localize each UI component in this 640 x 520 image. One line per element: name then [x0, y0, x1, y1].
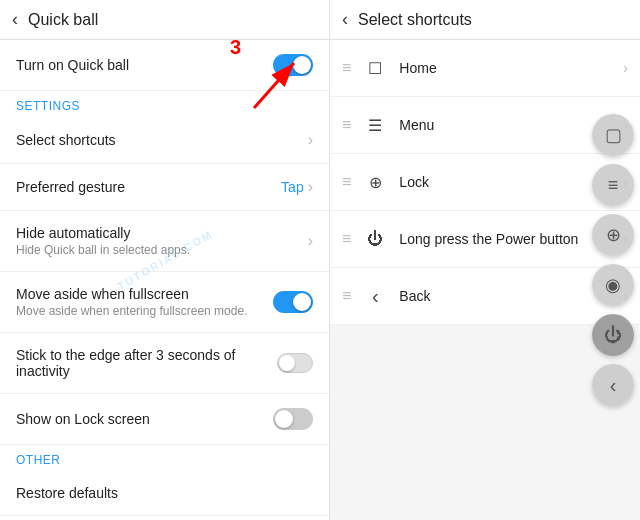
- home-icon: ☐: [361, 54, 389, 82]
- qb-fingerprint-button[interactable]: ◉: [592, 264, 634, 306]
- right-panel: ‹ Select shortcuts ≡ ☐ Home › ≡ ☰ Menu ›…: [330, 0, 640, 520]
- left-header: ‹ Quick ball: [0, 0, 329, 40]
- preferred-gesture-chevron: ›: [308, 178, 313, 196]
- hide-auto-chevron: ›: [308, 232, 313, 250]
- turn-on-quickball-item: Turn on Quick ball: [0, 40, 329, 91]
- home-label: Home: [399, 60, 623, 76]
- power-drag-handle: ≡: [342, 230, 351, 248]
- restore-defaults-item[interactable]: Restore defaults: [0, 471, 329, 516]
- turn-on-toggle[interactable]: [273, 54, 313, 76]
- back-icon: ‹: [361, 282, 389, 310]
- lock-icon: ⊕: [361, 168, 389, 196]
- settings-section-label: SETTINGS: [0, 91, 329, 117]
- stick-edge-toggle[interactable]: [277, 353, 313, 373]
- home-chevron: ›: [623, 60, 628, 76]
- stick-edge-item: Stick to the edge after 3 seconds of ina…: [0, 333, 329, 394]
- other-section-label: OTHER: [0, 445, 329, 471]
- qb-screen-button[interactable]: ▢: [592, 114, 634, 156]
- right-back-arrow[interactable]: ‹: [342, 9, 348, 30]
- quick-ball-overlay: ▢ ≡ ⊕ ◉ ⏻ ‹: [586, 104, 640, 416]
- show-lock-item: Show on Lock screen: [0, 394, 329, 445]
- select-shortcuts-item[interactable]: Select shortcuts ›: [0, 117, 329, 164]
- qb-lock-button[interactable]: ⊕: [592, 214, 634, 256]
- left-panel: ‹ Quick ball Turn on Quick ball 3 SETTIN…: [0, 0, 330, 520]
- move-aside-item: Move aside when fullscreen Move aside wh…: [0, 272, 329, 333]
- menu-icon: ☰: [361, 111, 389, 139]
- move-aside-toggle[interactable]: [273, 291, 313, 313]
- right-title: Select shortcuts: [358, 11, 472, 29]
- qb-power-button[interactable]: ⏻: [592, 314, 634, 356]
- select-shortcuts-chevron: ›: [308, 131, 313, 149]
- qb-menu-button[interactable]: ≡: [592, 164, 634, 206]
- shortcut-home[interactable]: ≡ ☐ Home ›: [330, 40, 640, 97]
- power-icon: ⏻: [361, 225, 389, 253]
- qb-back-button[interactable]: ‹: [592, 364, 634, 406]
- hide-automatically-item[interactable]: Hide automatically Hide Quick ball in se…: [0, 211, 329, 272]
- turn-on-label: Turn on Quick ball: [16, 57, 273, 73]
- left-back-arrow[interactable]: ‹: [12, 9, 18, 30]
- home-drag-handle: ≡: [342, 59, 351, 77]
- show-lock-toggle[interactable]: [273, 408, 313, 430]
- back-drag-handle: ≡: [342, 287, 351, 305]
- lock-drag-handle: ≡: [342, 173, 351, 191]
- menu-drag-handle: ≡: [342, 116, 351, 134]
- left-title: Quick ball: [28, 11, 98, 29]
- right-header: ‹ Select shortcuts: [330, 0, 640, 40]
- preferred-gesture-item[interactable]: Preferred gesture Tap ›: [0, 164, 329, 211]
- preferred-gesture-value: Tap: [281, 179, 304, 195]
